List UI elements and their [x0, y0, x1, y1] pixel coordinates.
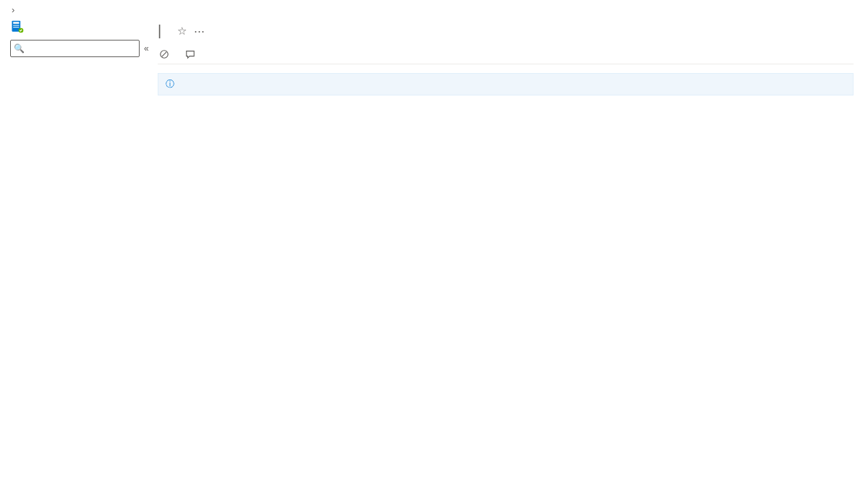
cell-version	[297, 150, 435, 165]
instance-details-table	[158, 150, 854, 165]
title-pipe: |	[158, 22, 163, 39]
feedback-button[interactable]	[185, 49, 200, 59]
sql-arc-icon	[10, 20, 25, 34]
svg-rect-3	[13, 27, 19, 27]
disable-button[interactable]	[159, 49, 174, 59]
chevron-right-icon: ›	[9, 4, 17, 15]
resource-header	[0, 18, 143, 40]
cell-license-status	[575, 150, 714, 165]
table-row	[158, 150, 854, 165]
svg-rect-1	[13, 22, 19, 23]
search-input[interactable]	[25, 43, 136, 54]
cell-total-db	[715, 150, 854, 165]
svg-line-6	[162, 52, 166, 56]
svg-rect-2	[13, 25, 19, 26]
breadcrumb: ›	[0, 0, 868, 18]
info-bar: ⓘ	[158, 73, 854, 95]
sidebar: 🔍 «	[0, 18, 143, 179]
search-icon: 🔍	[14, 43, 25, 54]
sidebar-search[interactable]: 🔍	[10, 40, 140, 57]
favorite-icon[interactable]: ☆	[177, 25, 187, 38]
cell-support-end	[436, 150, 575, 165]
main-content: | ☆ ⋯ ⓘ	[143, 18, 868, 179]
info-icon: ⓘ	[166, 78, 174, 90]
cell-edition	[158, 150, 297, 165]
command-bar	[158, 46, 854, 64]
more-icon[interactable]: ⋯	[194, 25, 205, 38]
